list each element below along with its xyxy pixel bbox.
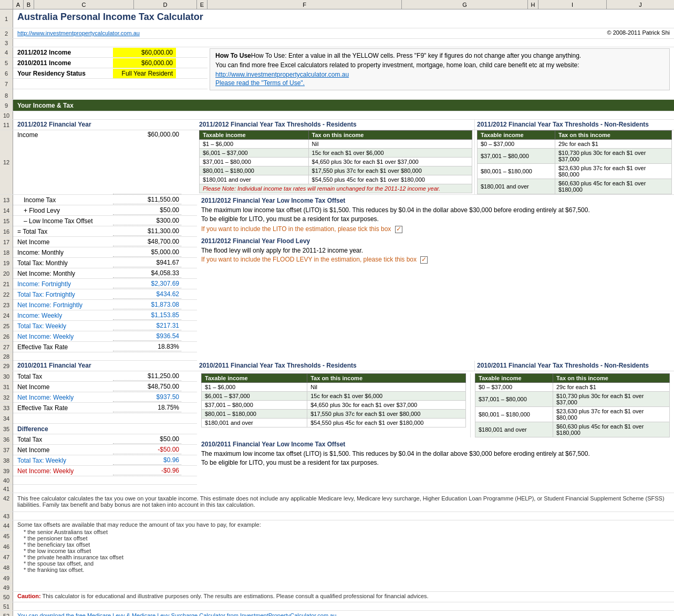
download-link[interactable]: You can download the free Medicare Levy …	[17, 612, 338, 616]
lito-checkbox[interactable]: ✓	[395, 226, 402, 233]
income-fortnightly-label: Income: Fortnightly	[13, 279, 113, 289]
row-num-50: 50	[0, 592, 13, 602]
income-tax-label: Income Tax	[13, 195, 113, 205]
thresh-2011-res-row: $80,001 – $180,000$17,550 plus 37c for e…	[200, 166, 472, 175]
offset-item: * the senior Australians tax offset	[17, 529, 670, 535]
row-num-3: 3	[0, 39, 13, 47]
thresh-2011-nonres-row: $0 – $37,00029c for each $1	[478, 140, 672, 149]
diff-net-income-weekly-label: Net Income: Weekly	[13, 466, 113, 476]
offset-item: * the low income tax offset	[17, 548, 670, 554]
eff-rate-2010-label: Effective Tax Rate	[13, 403, 113, 413]
thresh-2010-nonres-row: $180,001 and over$60,630 plus 45c for ea…	[475, 422, 670, 437]
thresh-2010-nonres-col1: Taxable income	[475, 374, 553, 383]
income-2011-label: 2011/2012 Income	[13, 48, 113, 57]
diff-net-income-label: Net Income	[13, 445, 113, 455]
col-header-c: C	[34, 0, 134, 9]
total-tax-monthly-value: $941.67	[113, 258, 181, 267]
offset-item: * the private health insurance tax offse…	[17, 554, 670, 560]
row-num-24: 24	[0, 310, 13, 321]
thresholds-2011-res-header: 2011/2012 Financial Year Tax Thresholds …	[197, 120, 474, 130]
net-income-2010-label: Net Income	[13, 382, 113, 392]
total-tax-weekly-label: Total Tax: Weekly	[13, 321, 113, 331]
row-num-41: 41	[0, 485, 13, 493]
how-to-use-link1[interactable]: http://www.investmentpropertycalculator.…	[215, 71, 349, 78]
lito-checkbox-label: If you want to include the LITO in the e…	[201, 225, 391, 233]
net-income-2010-value: $48,750.00	[113, 382, 181, 391]
thresh-2010-nonres-col2: Tax on this income	[553, 374, 670, 383]
thresh-2011-res-row: $180,001 and over$54,550 plus 45c for ea…	[200, 175, 472, 184]
offset-item: * the pensioner tax offset	[17, 535, 670, 541]
row-num-49: 49	[0, 573, 13, 583]
row-num-2: 2	[0, 28, 13, 38]
flood-checkbox-label: If you want to include the FLOOD LEVY in…	[201, 256, 417, 263]
title-cell: Australia Personal Income Tax Calculator	[13, 9, 674, 28]
row-num-5: 5	[0, 58, 13, 68]
row-num-38: 38	[0, 455, 13, 466]
thresh-2010-res-row: $180,001 and over$54,550 plus 45c for ea…	[202, 419, 466, 427]
row-num-31: 31	[0, 382, 13, 392]
net-income-weekly-label: Net Income: Weekly	[13, 332, 113, 341]
col-header-h: H	[528, 0, 538, 9]
website-link[interactable]: http://www.investmentpropertycalculator.…	[17, 30, 140, 36]
income-2011-value[interactable]: $60,000.00	[113, 48, 176, 57]
row-num-39: 39	[0, 466, 13, 476]
income-monthly-value: $5,000.00	[113, 248, 181, 257]
thresh-2010-res-row: $37,001 – $80,000$4,650 plus 30c for eac…	[202, 401, 466, 410]
total-tax-weekly-value: $217.31	[113, 321, 181, 330]
income-value: $60,000.00	[113, 130, 181, 194]
thresh-res-col1-header: Taxable income	[200, 131, 309, 140]
row-num-32: 32	[0, 392, 13, 403]
income-2010-value[interactable]: $60,000.00	[113, 58, 176, 68]
thresh-2010-res-col2: Tax on this income	[307, 374, 466, 383]
total-tax-monthly-label: Total Tax: Monthly	[13, 258, 113, 268]
thresh-res-col2-header: Tax on this income	[308, 131, 472, 140]
net-income-weekly-2010-value: $937.50	[113, 393, 181, 402]
thresh-2010-res-table: Taxable income Tax on this income $1 – $…	[201, 373, 466, 427]
row-num-6: 6	[0, 68, 13, 79]
offset-item: * the franking tax offset.	[17, 567, 670, 573]
row-num-33: 33	[0, 403, 13, 413]
total-tax-fortnightly-label: Total Tax: Fortnightly	[13, 290, 113, 299]
row-num-47: 47	[0, 552, 13, 562]
col-header-i: I	[538, 0, 607, 9]
row-num-51: 51	[0, 602, 13, 610]
thresh-2010-res-row: $1 – $6,000Nil	[202, 383, 466, 392]
flood-levy-value: $50.00	[113, 206, 181, 215]
copyright: © 2008-2011 Patrick Shi	[197, 28, 674, 38]
income-2010-label: 2010/2011 Income	[13, 58, 113, 68]
spreadsheet: A B C D E F G H I J 1 Australia Personal…	[0, 0, 674, 616]
col-header-b: B	[24, 0, 34, 9]
row-num-9: 9	[0, 100, 13, 111]
col-header-f: F	[208, 0, 402, 9]
net-income-monthly-value: $4,058.33	[113, 269, 181, 278]
row-num-11: 11	[0, 120, 13, 130]
row-num-46: 46	[0, 541, 13, 552]
row-num-27: 27	[0, 342, 13, 352]
row-num-28: 28	[0, 352, 13, 361]
how-to-use-line1: How To UseHow To Use: Enter a value in a…	[215, 52, 664, 59]
flood-levy-2011-header: 2011/2012 Financial Year Flood Levy	[201, 237, 670, 245]
row-num-45: 45	[0, 531, 13, 541]
row-num-30: 30	[0, 371, 13, 382]
thresh-nonres-col1-header: Taxable income	[478, 131, 555, 140]
row-num-4: 4	[0, 47, 13, 58]
row-num-49b: 49	[0, 583, 13, 591]
how-to-use-link2[interactable]: Please read the "Terms of Use".	[215, 79, 305, 87]
row-num-29: 29	[0, 361, 13, 371]
row-num-16: 16	[0, 226, 13, 237]
residency-value[interactable]: Full Year Resident	[113, 69, 176, 78]
thresh-2011-nonres-row: $180,001 and over$60,630 plus 45c for ea…	[478, 179, 672, 194]
income-monthly-label: Income: Monthly	[13, 248, 113, 257]
flood-checkbox[interactable]: ✓	[420, 256, 428, 264]
lito-line1: The maximum low income tax offset (LITO)…	[201, 206, 670, 214]
row-num-26: 26	[0, 331, 13, 342]
row-num-42: 42	[0, 493, 13, 511]
year-2011-header: 2011/2012 Financial Year	[13, 120, 197, 130]
row-num-43: 43	[0, 512, 13, 520]
row-num-19: 19	[0, 258, 13, 268]
thresh-2010-res-col1: Taxable income	[202, 374, 307, 383]
diff-total-tax-weekly-label: Total Tax: Weekly	[13, 456, 113, 465]
thresh-2011-nonres-row: $80,001 – $180,000$23,630 plus 37c for e…	[478, 164, 672, 179]
income-fortnightly-value: $2,307.69	[113, 279, 181, 288]
row-num-35: 35	[0, 424, 13, 434]
